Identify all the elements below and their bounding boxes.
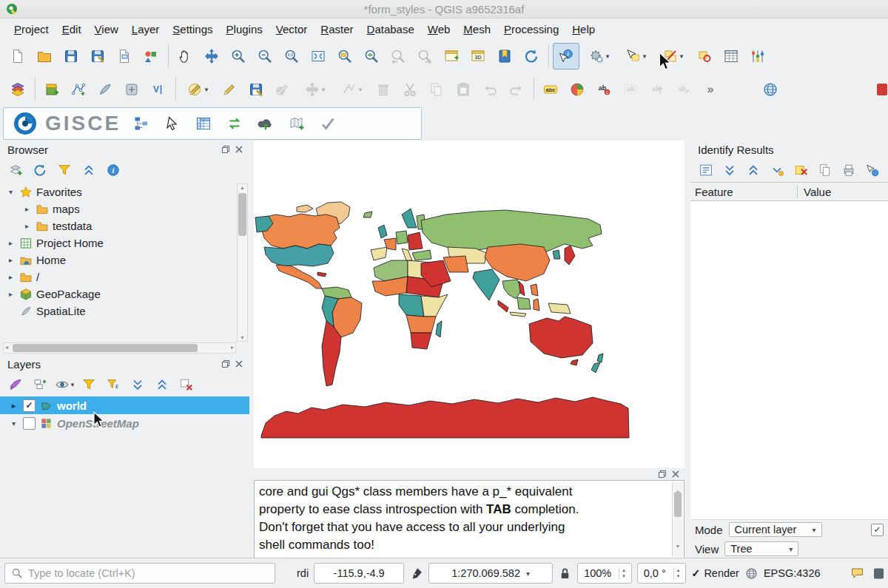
expand-all-button[interactable] bbox=[128, 375, 147, 394]
expand-new-results-button[interactable] bbox=[768, 160, 787, 180]
new-virtual-layer-button[interactable]: V bbox=[146, 77, 171, 102]
new-map-view-button[interactable] bbox=[439, 44, 464, 69]
identify-auto-checkbox[interactable]: ✓ bbox=[871, 524, 884, 536]
mouse-position-toggle-button[interactable] bbox=[409, 567, 423, 581]
expander-icon[interactable]: ▸ bbox=[9, 402, 18, 410]
coordinate-input[interactable]: -115.9,-4.9 bbox=[314, 563, 404, 584]
browser-item--[interactable]: ▸/ bbox=[0, 268, 249, 285]
new-shapefile-layer-button[interactable] bbox=[66, 77, 91, 102]
gisce-tree-button[interactable] bbox=[129, 111, 154, 136]
expander-icon[interactable]: ▸ bbox=[6, 290, 16, 298]
float-panel-button[interactable] bbox=[221, 145, 230, 154]
data-source-manager-button[interactable] bbox=[5, 77, 30, 102]
expand-tree-button[interactable] bbox=[720, 160, 739, 180]
pan-to-selection-button[interactable] bbox=[199, 44, 224, 69]
identify-results-list[interactable] bbox=[690, 201, 888, 520]
render-checkbox[interactable]: ✓ Render bbox=[691, 567, 739, 579]
close-panel-button[interactable] bbox=[671, 470, 680, 479]
menu-item-raster[interactable]: Raster bbox=[314, 21, 360, 38]
menu-item-vector[interactable]: Vector bbox=[269, 21, 314, 38]
layer-item-openstreetmap[interactable]: ▾OpenStreetMap bbox=[0, 414, 249, 432]
float-panel-button[interactable] bbox=[658, 470, 667, 479]
add-group-button[interactable] bbox=[30, 375, 50, 394]
menu-item-database[interactable]: Database bbox=[360, 21, 421, 38]
new-spatialite-layer-button[interactable] bbox=[92, 77, 118, 102]
open-attribute-table-button[interactable] bbox=[719, 44, 744, 69]
layer-visibility-checkbox[interactable] bbox=[23, 417, 36, 430]
zoom-full-button[interactable] bbox=[306, 44, 331, 69]
hidden-toolbar-button[interactable] bbox=[867, 77, 888, 102]
magnifier-spinbox[interactable]: 100%▴▾ bbox=[577, 563, 632, 584]
copy-feature-button[interactable] bbox=[815, 160, 834, 180]
layer-diagram-button[interactable] bbox=[565, 77, 590, 102]
select-features-button[interactable]: ▾ bbox=[618, 44, 653, 69]
new-temporary-scratch-layer-button[interactable] bbox=[119, 77, 144, 102]
expander-icon[interactable]: ▾ bbox=[6, 188, 16, 196]
menu-item-edit[interactable]: Edit bbox=[56, 21, 88, 38]
pan-map-button[interactable] bbox=[172, 44, 198, 69]
lock-scale-icon[interactable] bbox=[558, 567, 572, 581]
messages-button[interactable] bbox=[850, 567, 864, 581]
menu-item-plugins[interactable]: Plugins bbox=[220, 21, 269, 38]
menu-item-mesh[interactable]: Mesh bbox=[457, 21, 497, 38]
clear-results-button[interactable] bbox=[792, 160, 810, 180]
new-project-button[interactable] bbox=[5, 44, 30, 69]
python-console-output[interactable]: core and gui Qgs* class members have a p… bbox=[254, 480, 684, 558]
menu-item-web[interactable]: Web bbox=[421, 21, 457, 38]
browser-vertical-scrollbar[interactable]: ▲ ▼ bbox=[237, 183, 248, 342]
layer-visibility-checkbox[interactable]: ✓ bbox=[23, 399, 36, 412]
zoom-to-layer-button[interactable] bbox=[359, 44, 384, 69]
open-layer-styling-button[interactable] bbox=[6, 375, 25, 394]
scale-combobox[interactable]: 1:270.069.582▾ bbox=[428, 563, 553, 584]
mode-combobox[interactable]: Current layer▾ bbox=[729, 522, 822, 537]
layer-item-world[interactable]: ▸✓world bbox=[0, 396, 249, 414]
menu-item-view[interactable]: View bbox=[88, 21, 125, 38]
statistical-summary-button[interactable] bbox=[745, 44, 770, 69]
close-panel-button[interactable] bbox=[235, 359, 243, 368]
gisce-pointer-button[interactable] bbox=[160, 111, 185, 136]
new-geopackage-layer-button[interactable] bbox=[39, 77, 64, 102]
identify-settings-button[interactable] bbox=[864, 160, 882, 180]
toolbar-overflow-button[interactable]: » bbox=[698, 77, 723, 102]
collapse-all-button[interactable] bbox=[152, 375, 172, 394]
zoom-to-selection-button[interactable] bbox=[332, 44, 357, 69]
column-feature[interactable]: Feature bbox=[690, 186, 798, 198]
print-results-button[interactable] bbox=[840, 160, 858, 180]
browser-item-maps[interactable]: ▸maps bbox=[0, 200, 249, 217]
expander-icon[interactable]: ▸ bbox=[6, 239, 16, 247]
open-project-button[interactable] bbox=[32, 44, 57, 69]
collapse-tree-button[interactable] bbox=[744, 160, 763, 180]
refresh-button[interactable] bbox=[519, 44, 544, 69]
scrollbar-thumb[interactable] bbox=[13, 344, 198, 352]
open-form-button[interactable] bbox=[696, 160, 715, 180]
expander-icon[interactable]: ▸ bbox=[6, 256, 16, 264]
show-bookmarks-button[interactable] bbox=[492, 44, 517, 69]
browser-item-home[interactable]: ▸Home bbox=[0, 251, 249, 268]
column-value[interactable]: Value bbox=[798, 186, 888, 198]
browser-item-geopackage[interactable]: ▸GeoPackage bbox=[0, 285, 249, 303]
expander-icon[interactable]: ▸ bbox=[22, 205, 32, 213]
metasearch-button[interactable] bbox=[758, 77, 783, 102]
map-canvas[interactable] bbox=[254, 141, 684, 468]
show-properties-button[interactable]: i bbox=[104, 160, 123, 180]
spinner-arrows-icon[interactable]: ▴▾ bbox=[619, 567, 625, 578]
save-project-button[interactable] bbox=[58, 44, 84, 69]
save-layer-edits-button[interactable] bbox=[243, 77, 269, 102]
zoom-in-button[interactable] bbox=[226, 44, 251, 69]
save-project-as-button[interactable] bbox=[85, 44, 110, 69]
close-panel-button[interactable] bbox=[235, 145, 243, 154]
menu-item-help[interactable]: Help bbox=[565, 21, 602, 38]
scrollbar-thumb[interactable] bbox=[238, 193, 246, 236]
current-edits-button[interactable]: ▾ bbox=[180, 77, 215, 102]
style-manager-button[interactable] bbox=[138, 44, 164, 69]
add-selected-layers-button[interactable] bbox=[6, 160, 25, 180]
log-messages-button[interactable] bbox=[870, 567, 884, 581]
browser-item-testdata[interactable]: ▸testdata bbox=[0, 217, 249, 234]
locate-search[interactable]: Type to locate (Ctrl+K) bbox=[4, 563, 275, 584]
layer-labeling-button[interactable]: abc bbox=[538, 77, 563, 102]
pin-labels-button[interactable]: abc bbox=[591, 77, 616, 102]
crs-status-button[interactable]: EPSG:4326 bbox=[764, 567, 821, 579]
gisce-sync-button[interactable] bbox=[222, 111, 247, 136]
gisce-validate-button[interactable] bbox=[315, 111, 340, 136]
deselect-features-button[interactable]: ▾ bbox=[655, 44, 690, 69]
